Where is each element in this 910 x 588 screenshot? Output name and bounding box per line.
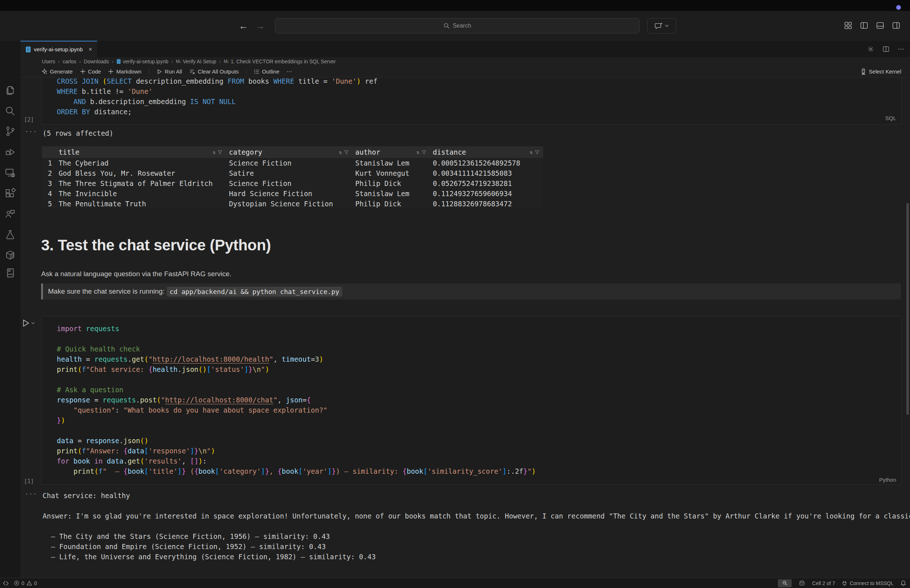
filter-icon[interactable] [218, 150, 222, 155]
notebook-view-icon[interactable] [4, 267, 16, 279]
sort-icon[interactable]: ⇅ [339, 150, 342, 155]
outline-button[interactable]: Outline [254, 68, 280, 74]
column-header-title[interactable]: title ⇅ [56, 148, 226, 156]
select-kernel-button[interactable]: Select Kernel [860, 68, 901, 75]
copilot-chat-button[interactable] [647, 18, 676, 34]
section-heading: 3. Test the chat service (Python) [41, 236, 271, 254]
clear-all-outputs-button[interactable]: Clear All Outputs [189, 68, 239, 74]
run-cell-button[interactable] [22, 319, 35, 328]
filter-icon[interactable] [422, 150, 426, 155]
table-cell: Stanislaw Lem [352, 189, 430, 197]
remote-indicator-icon[interactable] [3, 580, 9, 586]
breadcrumb-subsection[interactable]: M↓ 1. Check VECTOR embeddings in SQL Ser… [224, 58, 336, 65]
table-cell: 0.05267524719238281 [430, 179, 543, 187]
python-code-cell[interactable]: import requests # Quick health checkheal… [41, 316, 902, 485]
toggle-panel-icon[interactable] [876, 21, 884, 30]
back-button[interactable]: ← [237, 19, 251, 33]
cell-language-badge[interactable]: Python [848, 477, 896, 483]
output-gutter-icon[interactable]: ··· [25, 128, 37, 136]
search-icon [443, 23, 450, 29]
source-control-icon[interactable] [4, 126, 16, 137]
add-code-cell-button[interactable]: Code [80, 68, 101, 74]
column-header-author[interactable]: author ⇅ [352, 148, 430, 156]
breadcrumb-separator: › [112, 58, 114, 65]
breadcrumb-downloads[interactable]: Downloads [84, 58, 109, 65]
breadcrumb-file[interactable]: verify-ai-setup.ipynb [116, 58, 168, 65]
error-icon [14, 580, 19, 586]
table-row[interactable]: 2God Bless You, Mr. RosewaterSatireKurt … [42, 168, 543, 178]
sort-icon[interactable]: ⇅ [416, 150, 419, 155]
inline-code: cd app/backend/ai && python chat_service… [167, 287, 342, 297]
output-gutter-icon[interactable]: ··· [25, 491, 37, 498]
search-icon [782, 580, 788, 586]
testing-icon[interactable] [4, 229, 16, 241]
python-output-text: Chat service: healthy Answer: I'm so gla… [43, 491, 910, 562]
search-view-icon[interactable] [4, 105, 16, 117]
toggle-primary-sidebar-icon[interactable] [860, 21, 868, 30]
table-cell: 1 [42, 159, 56, 167]
warning-icon [27, 580, 32, 586]
problems-indicator[interactable]: 0 0 [14, 580, 37, 586]
table-row[interactable]: 3The Three Stigmata of Palmer EldritchSc… [42, 178, 543, 189]
remote-explorer-icon[interactable] [4, 167, 16, 179]
add-markdown-cell-button[interactable]: Markdown [108, 68, 141, 74]
table-cell: God Bless You, Mr. Rosewater [56, 169, 226, 177]
generate-button[interactable]: Generate [42, 68, 73, 74]
breadcrumb-carlos[interactable]: carlos [63, 58, 76, 65]
table-body: 1The CyberiadScience FictionStanislaw Le… [42, 158, 543, 209]
sql-output-text: (5 rows affected) [43, 128, 113, 138]
forward-button[interactable]: → [253, 19, 267, 33]
markdown-cell-icon: M↓ [224, 59, 229, 64]
column-header-category[interactable]: category ⇅ [226, 148, 352, 156]
table-cell: The Invincible [56, 189, 226, 197]
recording-indicator [896, 5, 901, 10]
explorer-icon[interactable] [4, 84, 16, 96]
tab-verify-ai-setup[interactable]: verify-ai-setup.ipynb × [20, 41, 97, 57]
containers-icon[interactable] [4, 249, 16, 261]
notifications-bell-icon[interactable] [900, 580, 906, 586]
table-row[interactable]: 5The Penultimate TruthDystopian Science … [42, 199, 543, 209]
scrollbar-thumb[interactable] [906, 203, 909, 415]
table-cell: Stanislaw Lem [352, 159, 430, 167]
connect-mssql-button[interactable]: Connect to MSSQL [842, 580, 894, 586]
customize-layout-icon[interactable] [844, 21, 852, 30]
filter-icon[interactable] [344, 150, 349, 155]
column-header-distance[interactable]: distance ⇅ [430, 148, 543, 156]
more-actions-icon[interactable]: ⋯ [898, 45, 904, 53]
run-all-button[interactable]: Run All [157, 68, 183, 74]
table-cell: 0.0005123615264892578 [430, 159, 543, 167]
close-icon[interactable]: × [89, 46, 92, 53]
sql-code-editor[interactable]: CROSS JOIN (SELECT description_embedding… [57, 76, 377, 117]
breadcrumb-users[interactable]: Users [42, 58, 55, 65]
extensions-icon[interactable] [4, 187, 16, 199]
toolbar-divider [246, 69, 246, 74]
sql-code-cell[interactable]: CROSS JOIN (SELECT description_embedding… [41, 72, 902, 124]
breadcrumb-separator: › [79, 58, 81, 65]
status-search-button[interactable] [778, 579, 792, 587]
cell-indicator[interactable]: Cell 2 of 7 [812, 580, 835, 586]
notebook-file-icon [116, 59, 121, 64]
breadcrumb-separator: › [171, 58, 173, 65]
copilot-chat-view-icon[interactable] [4, 208, 16, 220]
copilot-status-icon[interactable] [798, 580, 805, 587]
filter-icon[interactable] [535, 150, 540, 155]
plug-icon [842, 580, 847, 586]
menubar [0, 0, 910, 11]
table-row[interactable]: 4The InvincibleHard Science FictionStani… [42, 189, 543, 199]
gear-icon[interactable] [867, 45, 874, 53]
sort-icon[interactable]: ⇅ [530, 150, 533, 155]
breadcrumb-separator: › [58, 58, 60, 65]
toggle-secondary-sidebar-icon[interactable] [892, 21, 900, 30]
chevron-down-icon [31, 321, 35, 325]
run-and-debug-icon[interactable] [4, 146, 16, 158]
toolbar-more-icon[interactable]: ⋯ [286, 68, 292, 75]
table-cell: 4 [42, 189, 56, 197]
command-center-search[interactable]: Search [275, 18, 640, 34]
python-code-editor[interactable]: import requests # Quick health checkheal… [57, 323, 536, 476]
cell-language-badge[interactable]: SQL [848, 115, 896, 121]
execution-count: [2] [24, 116, 34, 123]
table-row[interactable]: 1The CyberiadScience FictionStanislaw Le… [42, 158, 543, 168]
sort-icon[interactable]: ⇅ [213, 150, 215, 155]
split-editor-icon[interactable] [883, 45, 890, 53]
breadcrumb-section[interactable]: M↓ Verify AI Setup [176, 58, 216, 65]
